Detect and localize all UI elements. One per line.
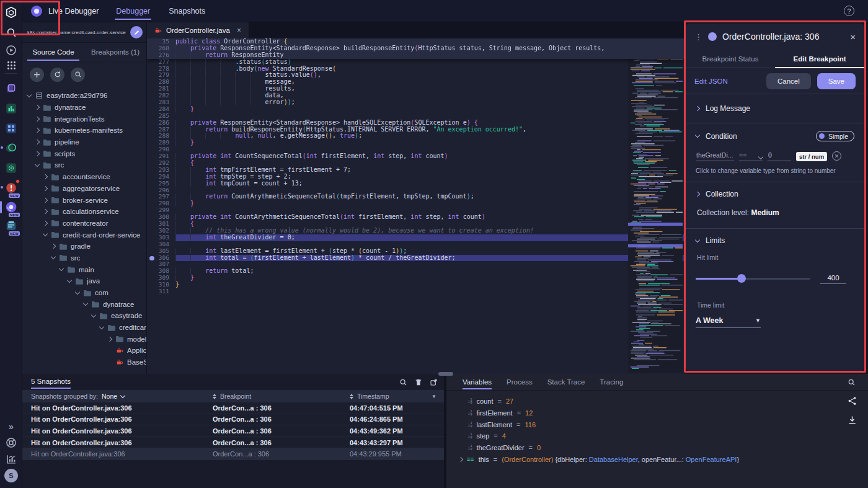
variable-row-lastElement[interactable]: ↓19lastElement=116 xyxy=(446,419,868,430)
search-icon[interactable] xyxy=(4,25,19,40)
tree-item-main[interactable]: main xyxy=(22,264,146,275)
tree-item-aggregatorservice[interactable]: aggregatorservice xyxy=(22,183,146,195)
tree-item-broker-service[interactable]: broker-service xyxy=(22,194,146,206)
close-tab-icon[interactable]: × xyxy=(237,26,241,35)
line-number[interactable]: 305 xyxy=(147,248,175,255)
variable-row-firstElement[interactable]: ↓19firstElement=12 xyxy=(446,407,868,419)
app-icon-layers[interactable] xyxy=(4,81,19,96)
snapshot-row-4[interactable]: Hit on OrderController.java:306OrderCon.… xyxy=(22,437,444,449)
edit-filter-button[interactable] xyxy=(130,26,143,38)
delete-snapshots-icon[interactable] xyxy=(415,378,422,386)
tree-item-easytrade-a29d796[interactable]: easytrade:a29d796 xyxy=(22,90,146,102)
variable-row-step[interactable]: ↓19step=4 xyxy=(446,430,868,442)
snapshots-count-tab[interactable]: 5 Snapshots xyxy=(31,378,71,386)
support-icon[interactable] xyxy=(4,435,19,450)
tree-caret-icon[interactable] xyxy=(43,221,48,226)
usage-chart-icon[interactable] xyxy=(4,451,19,466)
slider-thumb[interactable] xyxy=(737,274,746,283)
tree-caret-icon[interactable] xyxy=(59,266,64,271)
condition-mode-toggle[interactable]: Simple xyxy=(816,131,854,141)
hit-limit-value-input[interactable] xyxy=(820,273,846,284)
tree-item-easytrade[interactable]: easytrade xyxy=(22,310,146,322)
tree-caret-icon[interactable] xyxy=(99,324,104,329)
limits-header[interactable]: Limits xyxy=(696,236,854,245)
app-icon-session-replay[interactable] xyxy=(4,141,19,156)
tree-caret-icon[interactable] xyxy=(67,278,72,283)
edit-json-link[interactable]: Edit JSON xyxy=(694,78,728,85)
tree-item-application-java[interactable]: Application.java xyxy=(22,345,146,357)
condition-operator-select[interactable]: == xyxy=(739,151,763,161)
sort-icon[interactable] xyxy=(350,394,353,399)
tree-caret-icon[interactable] xyxy=(43,231,48,236)
tree-item-dynatrace[interactable]: dynatrace xyxy=(22,298,146,310)
snapshot-row-3[interactable]: Hit on OrderController.java:306OrderCon.… xyxy=(22,425,444,437)
sort-icon[interactable] xyxy=(213,394,216,399)
snapshot-row-2[interactable]: Hit on OrderController.java:306OrderCon.… xyxy=(22,414,444,426)
tree-item-kubernetes-manifests[interactable]: kubernetes-manifests xyxy=(22,125,146,136)
tab-debugger[interactable]: Debugger xyxy=(115,1,151,22)
user-avatar[interactable]: S xyxy=(4,468,19,483)
app-icon-problems[interactable]: NEW xyxy=(4,180,19,195)
tree-caret-icon[interactable] xyxy=(35,116,40,121)
tree-item-models[interactable]: models xyxy=(22,333,146,345)
tab-variables[interactable]: Variables xyxy=(463,375,492,389)
tree-caret-icon[interactable] xyxy=(83,301,88,306)
collection-header[interactable]: Collection xyxy=(696,190,854,198)
grouped-by-value[interactable]: None xyxy=(102,393,117,400)
drag-handle-icon[interactable]: ⋮ xyxy=(694,32,702,42)
hit-limit-slider[interactable] xyxy=(696,278,810,280)
search-variables-icon[interactable] xyxy=(848,378,856,386)
line-number[interactable]: 295 xyxy=(147,180,175,187)
save-button[interactable]: Save xyxy=(817,73,856,89)
variable-row-theGreatDivider[interactable]: ↓19theGreatDivider=0 xyxy=(446,442,868,454)
app-icon-workflows[interactable]: NEW xyxy=(4,218,19,233)
tree-caret-icon[interactable] xyxy=(51,254,56,259)
remove-condition-icon[interactable]: ✕ xyxy=(832,151,841,161)
tree-caret-icon[interactable] xyxy=(35,128,40,133)
tree-caret-icon[interactable] xyxy=(43,209,48,214)
line-number[interactable]: 276 xyxy=(147,52,175,59)
tree-item-src[interactable]: src xyxy=(22,159,146,171)
tree-item-creditcardorderserv[interactable]: creditcardorderserv xyxy=(22,322,146,334)
refresh-button[interactable] xyxy=(50,68,64,82)
tree-caret-icon[interactable] xyxy=(35,140,40,144)
condition-variable-input[interactable] xyxy=(696,151,734,161)
tree-item-java[interactable]: java xyxy=(22,275,146,287)
line-number[interactable]: 311 xyxy=(147,288,175,295)
app-icon-settings[interactable] xyxy=(4,161,19,175)
app-icon-live-debugger-active[interactable]: NEW xyxy=(4,200,19,215)
column-breakpoint[interactable]: Breakpoint xyxy=(220,393,251,400)
app-icon-charts[interactable] xyxy=(4,101,19,116)
tab-source-code[interactable]: Source Code xyxy=(22,43,84,61)
tree-item-pipeline[interactable]: pipeline xyxy=(22,136,146,148)
snapshot-row-5[interactable]: Hit on OrderController.java:306OrderCon.… xyxy=(22,448,444,460)
tab-breakpoint-status[interactable]: Breakpoint Status xyxy=(686,50,775,68)
expand-rail-icon[interactable]: » xyxy=(4,419,19,434)
getting-started-icon[interactable] xyxy=(4,43,19,58)
open-in-new-icon[interactable] xyxy=(430,378,438,386)
tab-stack-trace[interactable]: Stack Trace xyxy=(547,375,585,389)
tree-item-calculationservice[interactable]: calculationservice xyxy=(22,206,146,218)
tree-item-integrationtests[interactable]: integrationTests xyxy=(22,113,146,125)
tree-item-com[interactable]: com xyxy=(22,287,146,299)
tree-caret-icon[interactable] xyxy=(75,289,80,294)
tab-tracing[interactable]: Tracing xyxy=(600,375,623,389)
sort-direction-icon[interactable]: ▼ xyxy=(432,394,436,399)
app-launcher-icon[interactable] xyxy=(4,58,19,73)
download-icon[interactable] xyxy=(848,415,857,425)
dynatrace-logo-icon[interactable] xyxy=(4,5,19,20)
help-icon[interactable]: ? xyxy=(844,6,854,16)
panel-resize-handle[interactable] xyxy=(438,372,453,376)
tree-caret-icon[interactable] xyxy=(35,162,40,167)
column-timestamp[interactable]: Timestamp xyxy=(357,393,389,400)
tree-caret-icon[interactable] xyxy=(51,244,56,249)
tab-snapshots[interactable]: Snapshots xyxy=(167,1,206,22)
tab-breakpoints[interactable]: Breakpoints (1) xyxy=(84,43,146,61)
tree-caret-icon[interactable] xyxy=(43,174,48,179)
line-number[interactable]: 304 xyxy=(147,241,175,248)
editor-tab-ordercontroller[interactable]: OrderController.java × xyxy=(147,22,249,38)
tree-item-accountservice[interactable]: accountservice xyxy=(22,171,146,183)
search-files-button[interactable] xyxy=(71,68,85,82)
tree-caret-icon[interactable] xyxy=(35,151,40,156)
cancel-button[interactable]: Cancel xyxy=(766,73,811,89)
